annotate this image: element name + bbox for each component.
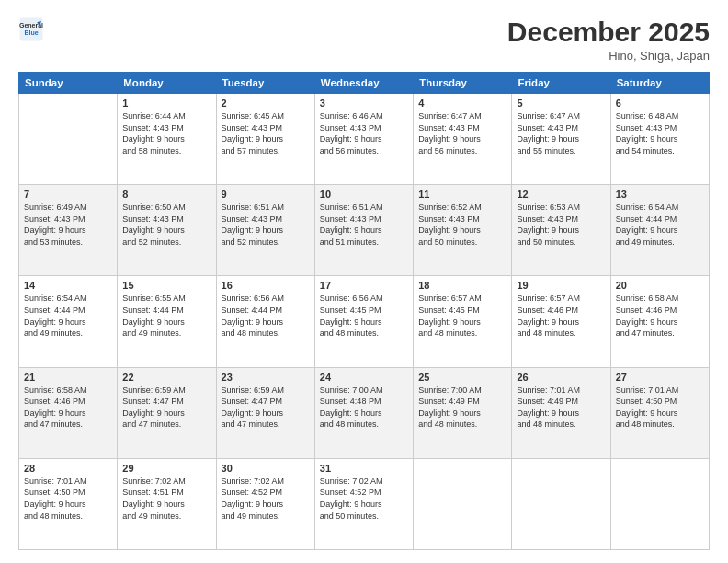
cell-details: Sunrise: 6:47 AM Sunset: 4:43 PM Dayligh… [418, 110, 506, 156]
day-number: 15 [122, 280, 210, 291]
day-number: 18 [418, 280, 506, 291]
cell-details: Sunrise: 7:01 AM Sunset: 4:50 PM Dayligh… [616, 385, 704, 431]
calendar-cell: 1Sunrise: 6:44 AM Sunset: 4:43 PM Daylig… [118, 94, 216, 185]
cell-details: Sunrise: 7:00 AM Sunset: 4:49 PM Dayligh… [418, 385, 506, 431]
day-number: 19 [517, 280, 605, 291]
calendar-week-row: 21Sunrise: 6:58 AM Sunset: 4:46 PM Dayli… [19, 367, 710, 458]
cell-details: Sunrise: 6:52 AM Sunset: 4:43 PM Dayligh… [418, 201, 506, 247]
calendar-cell: 2Sunrise: 6:45 AM Sunset: 4:43 PM Daylig… [216, 94, 314, 185]
calendar-cell: 3Sunrise: 6:46 AM Sunset: 4:43 PM Daylig… [314, 94, 413, 185]
cell-details: Sunrise: 6:44 AM Sunset: 4:43 PM Dayligh… [122, 110, 210, 156]
day-number: 20 [616, 280, 704, 291]
cell-details: Sunrise: 6:47 AM Sunset: 4:43 PM Dayligh… [517, 110, 605, 156]
cell-details: Sunrise: 6:58 AM Sunset: 4:46 PM Dayligh… [616, 293, 704, 339]
cell-details: Sunrise: 6:59 AM Sunset: 4:47 PM Dayligh… [122, 385, 210, 431]
day-number: 21 [24, 372, 112, 383]
cell-details: Sunrise: 7:01 AM Sunset: 4:49 PM Dayligh… [517, 385, 605, 431]
day-number: 28 [24, 463, 112, 474]
logo-icon: General Blue [18, 17, 44, 42]
title-block: December 2025 Hino, Shiga, Japan [507, 17, 710, 63]
calendar-cell: 12Sunrise: 6:53 AM Sunset: 4:43 PM Dayli… [512, 185, 610, 276]
calendar-cell [414, 458, 512, 549]
calendar-week-row: 7Sunrise: 6:49 AM Sunset: 4:43 PM Daylig… [19, 185, 710, 276]
calendar-cell: 21Sunrise: 6:58 AM Sunset: 4:46 PM Dayli… [19, 367, 118, 458]
calendar-table: SundayMondayTuesdayWednesdayThursdayFrid… [18, 72, 710, 550]
day-number: 26 [517, 372, 605, 383]
calendar-cell: 15Sunrise: 6:55 AM Sunset: 4:44 PM Dayli… [118, 276, 216, 367]
calendar-cell: 7Sunrise: 6:49 AM Sunset: 4:43 PM Daylig… [19, 185, 118, 276]
calendar-cell: 9Sunrise: 6:51 AM Sunset: 4:43 PM Daylig… [216, 185, 314, 276]
day-number: 29 [122, 463, 210, 474]
day-header-tuesday: Tuesday [216, 73, 314, 94]
day-number: 22 [122, 372, 210, 383]
day-number: 24 [320, 372, 408, 383]
cell-details: Sunrise: 6:57 AM Sunset: 4:45 PM Dayligh… [418, 293, 506, 339]
day-number: 4 [418, 98, 506, 109]
calendar-week-row: 28Sunrise: 7:01 AM Sunset: 4:50 PM Dayli… [19, 458, 710, 549]
cell-details: Sunrise: 7:02 AM Sunset: 4:52 PM Dayligh… [320, 476, 408, 522]
calendar-cell: 18Sunrise: 6:57 AM Sunset: 4:45 PM Dayli… [414, 276, 512, 367]
cell-details: Sunrise: 6:51 AM Sunset: 4:43 PM Dayligh… [320, 201, 408, 247]
calendar-cell: 13Sunrise: 6:54 AM Sunset: 4:44 PM Dayli… [610, 185, 709, 276]
cell-details: Sunrise: 6:46 AM Sunset: 4:43 PM Dayligh… [320, 110, 408, 156]
calendar-cell: 31Sunrise: 7:02 AM Sunset: 4:52 PM Dayli… [314, 458, 413, 549]
calendar-cell: 26Sunrise: 7:01 AM Sunset: 4:49 PM Dayli… [512, 367, 610, 458]
calendar-cell: 8Sunrise: 6:50 AM Sunset: 4:43 PM Daylig… [118, 185, 216, 276]
day-number: 9 [222, 189, 310, 200]
calendar-cell: 16Sunrise: 6:56 AM Sunset: 4:44 PM Dayli… [216, 276, 314, 367]
calendar-week-row: 14Sunrise: 6:54 AM Sunset: 4:44 PM Dayli… [19, 276, 710, 367]
cell-details: Sunrise: 6:53 AM Sunset: 4:43 PM Dayligh… [517, 201, 605, 247]
cell-details: Sunrise: 6:48 AM Sunset: 4:43 PM Dayligh… [616, 110, 704, 156]
calendar-cell: 27Sunrise: 7:01 AM Sunset: 4:50 PM Dayli… [610, 367, 709, 458]
cell-details: Sunrise: 6:49 AM Sunset: 4:43 PM Dayligh… [24, 201, 112, 247]
day-number: 10 [320, 189, 408, 200]
calendar-week-row: 1Sunrise: 6:44 AM Sunset: 4:43 PM Daylig… [19, 94, 710, 185]
svg-text:Blue: Blue [24, 29, 38, 36]
calendar-cell: 22Sunrise: 6:59 AM Sunset: 4:47 PM Dayli… [118, 367, 216, 458]
cell-details: Sunrise: 7:02 AM Sunset: 4:52 PM Dayligh… [222, 476, 310, 522]
day-number: 5 [517, 98, 605, 109]
day-number: 30 [222, 463, 310, 474]
day-header-thursday: Thursday [414, 73, 512, 94]
calendar-cell: 11Sunrise: 6:52 AM Sunset: 4:43 PM Dayli… [414, 185, 512, 276]
calendar-cell: 10Sunrise: 6:51 AM Sunset: 4:43 PM Dayli… [314, 185, 413, 276]
cell-details: Sunrise: 7:00 AM Sunset: 4:48 PM Dayligh… [320, 385, 408, 431]
calendar-cell: 23Sunrise: 6:59 AM Sunset: 4:47 PM Dayli… [216, 367, 314, 458]
calendar-cell: 19Sunrise: 6:57 AM Sunset: 4:46 PM Dayli… [512, 276, 610, 367]
day-header-saturday: Saturday [610, 73, 709, 94]
calendar-cell [19, 94, 118, 185]
day-header-sunday: Sunday [19, 73, 118, 94]
calendar-cell: 28Sunrise: 7:01 AM Sunset: 4:50 PM Dayli… [19, 458, 118, 549]
calendar-cell [512, 458, 610, 549]
cell-details: Sunrise: 6:57 AM Sunset: 4:46 PM Dayligh… [517, 293, 605, 339]
cell-details: Sunrise: 6:56 AM Sunset: 4:44 PM Dayligh… [222, 293, 310, 339]
cell-details: Sunrise: 7:01 AM Sunset: 4:50 PM Dayligh… [24, 476, 112, 522]
day-number: 2 [222, 98, 310, 109]
calendar-cell [610, 458, 709, 549]
calendar-cell: 6Sunrise: 6:48 AM Sunset: 4:43 PM Daylig… [610, 94, 709, 185]
day-header-monday: Monday [118, 73, 216, 94]
page: General Blue December 2025 Hino, Shiga, … [0, 0, 728, 563]
cell-details: Sunrise: 6:54 AM Sunset: 4:44 PM Dayligh… [616, 201, 704, 247]
calendar-header-row: SundayMondayTuesdayWednesdayThursdayFrid… [19, 73, 710, 94]
cell-details: Sunrise: 6:59 AM Sunset: 4:47 PM Dayligh… [222, 385, 310, 431]
calendar-cell: 17Sunrise: 6:56 AM Sunset: 4:45 PM Dayli… [314, 276, 413, 367]
cell-details: Sunrise: 6:58 AM Sunset: 4:46 PM Dayligh… [24, 385, 112, 431]
logo: General Blue [18, 17, 44, 42]
day-header-wednesday: Wednesday [314, 73, 413, 94]
day-number: 31 [320, 463, 408, 474]
calendar-cell: 4Sunrise: 6:47 AM Sunset: 4:43 PM Daylig… [414, 94, 512, 185]
day-header-friday: Friday [512, 73, 610, 94]
cell-details: Sunrise: 6:54 AM Sunset: 4:44 PM Dayligh… [24, 293, 112, 339]
day-number: 6 [616, 98, 704, 109]
day-number: 14 [24, 280, 112, 291]
day-number: 16 [222, 280, 310, 291]
calendar-cell: 5Sunrise: 6:47 AM Sunset: 4:43 PM Daylig… [512, 94, 610, 185]
day-number: 3 [320, 98, 408, 109]
cell-details: Sunrise: 6:56 AM Sunset: 4:45 PM Dayligh… [320, 293, 408, 339]
day-number: 12 [517, 189, 605, 200]
header: General Blue December 2025 Hino, Shiga, … [18, 17, 710, 63]
cell-details: Sunrise: 6:45 AM Sunset: 4:43 PM Dayligh… [222, 110, 310, 156]
calendar-cell: 25Sunrise: 7:00 AM Sunset: 4:49 PM Dayli… [414, 367, 512, 458]
calendar-cell: 24Sunrise: 7:00 AM Sunset: 4:48 PM Dayli… [314, 367, 413, 458]
